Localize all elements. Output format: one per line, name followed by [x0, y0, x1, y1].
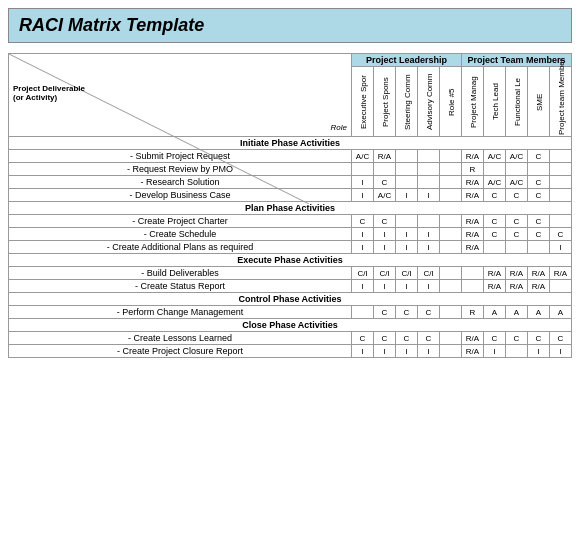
cell-1-1-3: I	[418, 228, 440, 241]
cell-3-0-6: A	[484, 306, 506, 319]
page: RACI Matrix Template Role Project Delive…	[0, 0, 580, 366]
cell-0-3-1: A/C	[374, 189, 396, 202]
activity-label: - Create Schedule	[9, 228, 352, 241]
cell-4-1-9: I	[550, 345, 572, 358]
cell-2-1-0: I	[352, 280, 374, 293]
activity-label: - Create Project Charter	[9, 215, 352, 228]
cell-4-1-2: I	[396, 345, 418, 358]
cell-0-0-6: A/C	[484, 150, 506, 163]
cell-0-1-4	[440, 163, 462, 176]
table-row: - Create Project Closure ReportIIIIR/AII…	[9, 345, 572, 358]
cell-4-0-9: C	[550, 332, 572, 345]
activity-label: - Perform Change Management	[9, 306, 352, 319]
cell-1-1-5: R/A	[462, 228, 484, 241]
cell-1-2-8	[528, 241, 550, 254]
col-header-8: SME	[528, 67, 550, 137]
cell-0-1-9	[550, 163, 572, 176]
group-project-leadership: Project Leadership	[352, 54, 462, 67]
cell-1-0-6: C	[484, 215, 506, 228]
phase-header-4: Close Phase Activities	[9, 319, 572, 332]
activity-label: - Create Additional Plans as required	[9, 241, 352, 254]
cell-4-0-0: C	[352, 332, 374, 345]
cell-1-1-1: I	[374, 228, 396, 241]
cell-4-1-5: R/A	[462, 345, 484, 358]
cell-0-3-3: I	[418, 189, 440, 202]
cell-1-0-8: C	[528, 215, 550, 228]
cell-2-1-4	[440, 280, 462, 293]
cell-4-0-2: C	[396, 332, 418, 345]
cell-0-0-0: A/C	[352, 150, 374, 163]
cell-0-0-4	[440, 150, 462, 163]
cell-2-1-7: R/A	[506, 280, 528, 293]
cell-0-3-6: C	[484, 189, 506, 202]
cell-0-1-7	[506, 163, 528, 176]
table-row: - Create Additional Plans as requiredIII…	[9, 241, 572, 254]
cell-3-0-3: C	[418, 306, 440, 319]
cell-0-2-2	[396, 176, 418, 189]
cell-2-0-5	[462, 267, 484, 280]
cell-0-0-5: R/A	[462, 150, 484, 163]
cell-4-1-4	[440, 345, 462, 358]
cell-0-1-1	[374, 163, 396, 176]
cell-0-2-6: A/C	[484, 176, 506, 189]
cell-0-0-8: C	[528, 150, 550, 163]
table-row: - Create Project CharterCCR/ACCC	[9, 215, 572, 228]
cell-3-0-9: A	[550, 306, 572, 319]
cell-1-2-9: I	[550, 241, 572, 254]
cell-0-1-3	[418, 163, 440, 176]
corner-cell: Role Project Deliverable(or Activity)	[9, 54, 352, 137]
cell-0-2-7: A/C	[506, 176, 528, 189]
cell-1-0-4	[440, 215, 462, 228]
col-header-9: Project team Member	[550, 67, 572, 137]
cell-2-1-5	[462, 280, 484, 293]
phase-header-2: Execute Phase Activities	[9, 254, 572, 267]
cell-0-2-9	[550, 176, 572, 189]
col-header-1: Project Spons	[374, 67, 396, 137]
cell-1-0-5: R/A	[462, 215, 484, 228]
col-header-5: Project Manag	[462, 67, 484, 137]
cell-4-0-6: C	[484, 332, 506, 345]
cell-0-0-2	[396, 150, 418, 163]
cell-0-0-9	[550, 150, 572, 163]
cell-4-0-4	[440, 332, 462, 345]
cell-0-2-4	[440, 176, 462, 189]
cell-1-2-6	[484, 241, 506, 254]
cell-1-2-5: R/A	[462, 241, 484, 254]
table-row: - Create Lessons LearnedCCCCR/ACCCC	[9, 332, 572, 345]
cell-3-0-7: A	[506, 306, 528, 319]
cell-0-3-0: I	[352, 189, 374, 202]
cell-4-0-7: C	[506, 332, 528, 345]
cell-0-1-2	[396, 163, 418, 176]
table-row: - Create Status ReportIIIIR/AR/AR/A	[9, 280, 572, 293]
cell-1-1-8: C	[528, 228, 550, 241]
cell-2-1-8: R/A	[528, 280, 550, 293]
cell-1-2-1: I	[374, 241, 396, 254]
page-title: RACI Matrix Template	[19, 15, 561, 36]
cell-1-0-9	[550, 215, 572, 228]
cell-1-1-4	[440, 228, 462, 241]
cell-0-3-8: C	[528, 189, 550, 202]
cell-4-0-3: C	[418, 332, 440, 345]
cell-2-0-3: C/I	[418, 267, 440, 280]
cell-0-3-2: I	[396, 189, 418, 202]
cell-1-2-3: I	[418, 241, 440, 254]
activity-label: - Build Deliverables	[9, 267, 352, 280]
cell-2-0-8: R/A	[528, 267, 550, 280]
activity-label: - Create Project Closure Report	[9, 345, 352, 358]
table-row: - Perform Change ManagementCCCRAAAA	[9, 306, 572, 319]
cell-1-0-3	[418, 215, 440, 228]
cell-0-3-7: C	[506, 189, 528, 202]
cell-0-2-0: I	[352, 176, 374, 189]
table-row: - Create ScheduleIIIIR/ACCCC	[9, 228, 572, 241]
table-row: - Build DeliverablesC/IC/IC/IC/IR/AR/AR/…	[9, 267, 572, 280]
cell-0-1-6	[484, 163, 506, 176]
group-project-team: Project Team Members	[462, 54, 572, 67]
cell-1-1-9: C	[550, 228, 572, 241]
cell-0-0-3	[418, 150, 440, 163]
role-label: Role	[331, 123, 347, 132]
cell-4-1-0: I	[352, 345, 374, 358]
cell-0-0-7: A/C	[506, 150, 528, 163]
cell-3-0-1: C	[374, 306, 396, 319]
cell-1-0-1: C	[374, 215, 396, 228]
cell-2-1-2: I	[396, 280, 418, 293]
